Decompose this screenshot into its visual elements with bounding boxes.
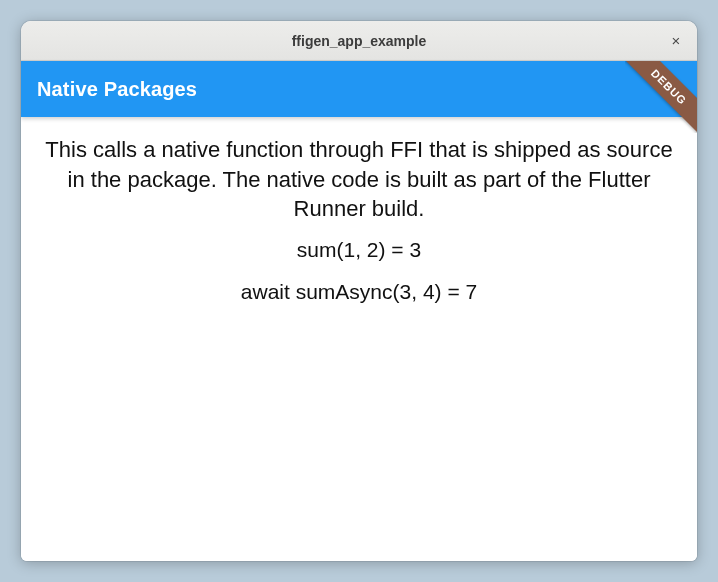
sum-result-text: sum(1, 2) = 3 <box>39 234 679 266</box>
close-icon: × <box>672 33 681 48</box>
description-text: This calls a native function through FFI… <box>39 135 679 224</box>
window-title: ffigen_app_example <box>292 33 427 49</box>
app-window: ffigen_app_example × Native Packages DEB… <box>21 21 697 561</box>
window-titlebar[interactable]: ffigen_app_example × <box>21 21 697 61</box>
content-area: This calls a native function through FFI… <box>21 117 697 561</box>
app-bar-title: Native Packages <box>37 78 197 101</box>
close-button[interactable]: × <box>665 30 687 52</box>
app-bar: Native Packages DEBUG <box>21 61 697 117</box>
sum-async-result-text: await sumAsync(3, 4) = 7 <box>39 276 679 308</box>
